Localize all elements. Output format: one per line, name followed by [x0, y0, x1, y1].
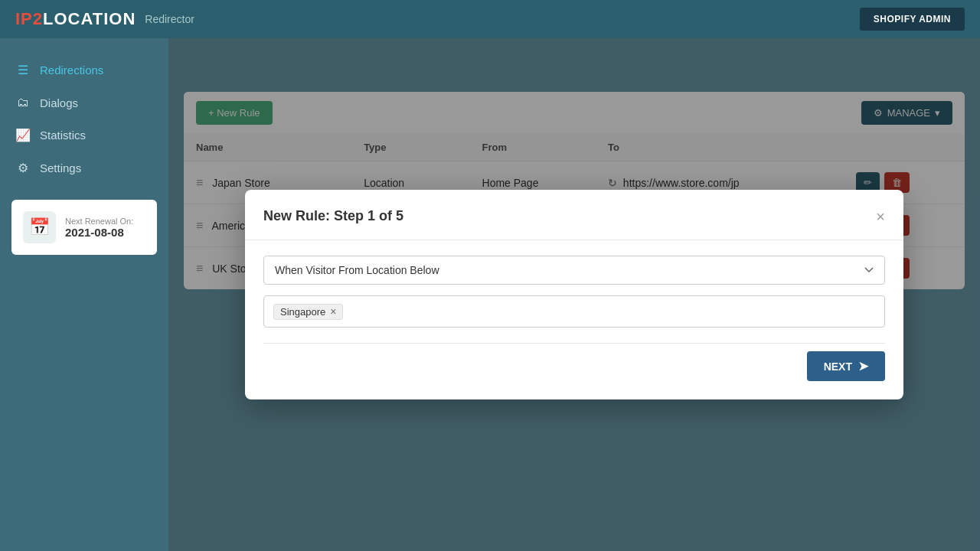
- tag-remove-button[interactable]: ×: [330, 306, 336, 317]
- condition-select[interactable]: When Visitor From Location Below When Vi…: [263, 256, 885, 285]
- modal-close-button[interactable]: ×: [876, 209, 885, 224]
- statistics-icon: 📈: [15, 128, 31, 142]
- shopify-admin-button[interactable]: SHOPIFY ADMIN: [860, 8, 965, 31]
- settings-icon: ⚙: [15, 161, 31, 175]
- sidebar-item-settings[interactable]: ⚙ Settings: [0, 152, 168, 184]
- next-label: NEXT: [824, 360, 852, 373]
- modal-header: New Rule: Step 1 of 5 ×: [263, 208, 885, 224]
- location-tag-input[interactable]: Singapore ×: [263, 295, 885, 328]
- sidebar-item-label: Dialogs: [40, 96, 78, 109]
- renewal-info: Next Renewal On: 2021-08-08: [65, 217, 133, 239]
- sidebar-item-redirections[interactable]: ☰ Redirections: [0, 54, 168, 86]
- modal-overlay: New Rule: Step 1 of 5 × When Visitor Fro…: [168, 38, 980, 551]
- sidebar-item-label: Redirections: [40, 64, 103, 77]
- renewal-card: 📅 Next Renewal On: 2021-08-08: [11, 200, 157, 255]
- topbar: IP2LOCATION Redirector SHOPIFY ADMIN: [0, 0, 980, 38]
- renewal-date: 2021-08-08: [65, 226, 133, 239]
- modal-divider: [245, 240, 903, 240]
- calendar-icon: 📅: [23, 211, 56, 243]
- renewal-label: Next Renewal On:: [65, 217, 133, 226]
- main-layout: ☰ Redirections 🗂 Dialogs 📈 Statistics ⚙ …: [0, 38, 980, 551]
- logo-area: IP2LOCATION Redirector: [15, 9, 194, 29]
- sidebar: ☰ Redirections 🗂 Dialogs 📈 Statistics ⚙ …: [0, 38, 168, 551]
- logo: IP2LOCATION: [15, 9, 136, 29]
- next-arrow-icon: ➤: [858, 359, 868, 373]
- dialogs-icon: 🗂: [15, 96, 31, 109]
- sidebar-item-statistics[interactable]: 📈 Statistics: [0, 119, 168, 152]
- sidebar-item-label: Settings: [40, 161, 81, 174]
- redirector-label: Redirector: [145, 13, 194, 25]
- tag-label: Singapore: [280, 306, 325, 318]
- modal-footer: NEXT ➤: [263, 343, 885, 381]
- singapore-tag: Singapore ×: [273, 304, 343, 320]
- modal-title: New Rule: Step 1 of 5: [263, 208, 403, 224]
- new-rule-modal: New Rule: Step 1 of 5 × When Visitor Fro…: [245, 190, 903, 399]
- sidebar-item-dialogs[interactable]: 🗂 Dialogs: [0, 86, 168, 119]
- next-button[interactable]: NEXT ➤: [807, 351, 885, 381]
- sidebar-item-label: Statistics: [40, 129, 86, 142]
- content-area: + New Rule ⚙ MANAGE ▾ Name Type From To: [168, 38, 980, 551]
- redirections-icon: ☰: [15, 63, 31, 77]
